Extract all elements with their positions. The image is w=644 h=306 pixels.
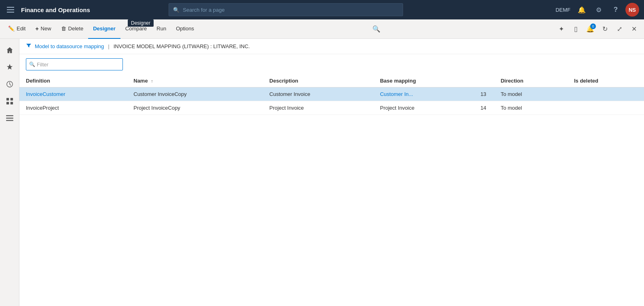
- help-icon: ?: [614, 6, 618, 14]
- cell-definition-1: InvoiceProject: [19, 101, 127, 115]
- cell-base-mapping-0[interactable]: Customer In...: [374, 87, 474, 101]
- col-definition: Definition: [19, 74, 127, 87]
- run-button[interactable]: Run: [152, 19, 171, 39]
- col-direction-num: [474, 74, 494, 87]
- help-button[interactable]: ?: [608, 2, 623, 17]
- sidebar: [0, 39, 19, 306]
- close-button[interactable]: ✕: [627, 22, 641, 36]
- svg-rect-1: [7, 9, 14, 10]
- search-icon-small: 🔍: [372, 26, 380, 32]
- refresh-button[interactable]: ↻: [598, 22, 612, 36]
- delete-button[interactable]: 🗑 Delete: [56, 19, 89, 39]
- table-wrap: Definition Name ↑ Description Base mappi…: [19, 74, 644, 115]
- message-center-button[interactable]: 🔔 0: [583, 22, 597, 36]
- svg-rect-7: [10, 102, 13, 104]
- search-input[interactable]: [183, 7, 399, 13]
- personalize-icon: ✦: [559, 25, 564, 33]
- popout-icon: ⤢: [617, 25, 622, 33]
- topbar-right: DEMF 🔔 ⚙ ? NS: [555, 2, 639, 17]
- personalize-button[interactable]: ✦: [554, 22, 568, 36]
- filter-icon[interactable]: [26, 43, 32, 50]
- filter-input[interactable]: [26, 58, 123, 70]
- bell-icon: 🔔: [578, 6, 586, 14]
- sidebar-item-workspaces[interactable]: [2, 94, 17, 108]
- filter-input-wrap: 🔍: [26, 58, 123, 70]
- main-layout: Model to datasource mapping | INVOICE MO…: [0, 39, 644, 306]
- svg-rect-10: [6, 120, 13, 121]
- close-icon: ✕: [631, 25, 637, 33]
- designer-button[interactable]: Designer: [88, 19, 120, 39]
- table-row[interactable]: InvoiceProject Project InvoiceCopy Proje…: [19, 101, 644, 115]
- toolbar-search-button[interactable]: 🔍: [368, 23, 384, 35]
- search-icon: 🔍: [173, 7, 179, 13]
- table-header-row: Definition Name ↑ Description Base mappi…: [19, 74, 644, 87]
- breadcrumb-current: INVOICE MODEL MAPPING (LITWARE) : LITWAR…: [114, 43, 250, 49]
- breadcrumb-separator: |: [108, 43, 109, 49]
- user-avatar[interactable]: NS: [625, 3, 639, 17]
- compare-button[interactable]: Compare: [120, 19, 152, 39]
- col-base-mapping: Base mapping: [374, 74, 474, 87]
- topbar: Finance and Operations 🔍 DEMF 🔔 ⚙ ? NS: [0, 0, 644, 19]
- settings-button[interactable]: ⚙: [591, 2, 606, 17]
- cell-name-0: Customer InvoiceCopy: [127, 87, 263, 101]
- svg-rect-2: [7, 12, 14, 13]
- pane-button[interactable]: ▯: [569, 22, 583, 36]
- breadcrumb: Model to datasource mapping | INVOICE MO…: [19, 39, 644, 54]
- cell-is-deleted-1: [568, 101, 644, 115]
- cell-name-1: Project InvoiceCopy: [127, 101, 263, 115]
- popout-button[interactable]: ⤢: [612, 22, 626, 36]
- col-name: Name ↑: [127, 74, 263, 87]
- sidebar-item-recent[interactable]: [2, 77, 17, 91]
- col-description: Description: [263, 74, 374, 87]
- breadcrumb-link[interactable]: Model to datasource mapping: [35, 43, 104, 49]
- edit-icon: ✏️: [8, 26, 15, 32]
- toolbar-right-actions: ✦ ▯ 🔔 0 ↻ ⤢ ✕: [554, 22, 641, 36]
- table-row[interactable]: InvoiceCustomer Customer InvoiceCopy Cus…: [19, 87, 644, 101]
- cell-definition-0[interactable]: InvoiceCustomer: [19, 87, 127, 101]
- svg-rect-8: [6, 115, 13, 116]
- delete-icon: 🗑: [61, 26, 66, 32]
- sidebar-item-home[interactable]: [2, 43, 17, 57]
- edit-button[interactable]: ✏️ Edit: [3, 19, 30, 39]
- pane-icon: ▯: [574, 25, 578, 33]
- col-direction: Direction: [494, 74, 568, 87]
- cell-description-1: Project Invoice: [263, 101, 374, 115]
- cell-base-mapping-1: Project Invoice: [374, 101, 474, 115]
- cell-direction-0: To model: [494, 87, 568, 101]
- options-button[interactable]: Options: [171, 19, 199, 39]
- sidebar-item-modules[interactable]: [2, 111, 17, 125]
- main-content: Model to datasource mapping | INVOICE MO…: [19, 39, 644, 306]
- filter-bar: 🔍: [19, 54, 644, 74]
- cell-direction-num-1: 14: [474, 101, 494, 115]
- svg-rect-6: [6, 102, 8, 104]
- nav-toggle-button[interactable]: [5, 4, 16, 15]
- sort-icon-name[interactable]: ↑: [151, 79, 153, 83]
- message-badge: 0: [590, 23, 596, 29]
- svg-rect-4: [6, 98, 8, 100]
- cell-description-0: Customer Invoice: [263, 87, 374, 101]
- svg-rect-5: [10, 98, 13, 100]
- gear-icon: ⚙: [596, 6, 602, 14]
- col-is-deleted: Is deleted: [568, 74, 644, 87]
- search-box[interactable]: 🔍: [169, 3, 403, 16]
- cell-direction-1: To model: [494, 101, 568, 115]
- notification-button[interactable]: 🔔: [574, 2, 589, 17]
- plus-icon: +: [35, 26, 38, 32]
- svg-rect-0: [7, 7, 14, 8]
- cell-is-deleted-0: [568, 87, 644, 101]
- sidebar-item-favorites[interactable]: [2, 60, 17, 74]
- filter-search-icon: 🔍: [29, 62, 35, 67]
- actionbar: ✏️ Edit + New 🗑 Delete Designer Compare …: [0, 19, 644, 39]
- svg-rect-9: [6, 118, 13, 119]
- mapping-table: Definition Name ↑ Description Base mappi…: [19, 74, 644, 115]
- app-title: Finance and Operations: [21, 6, 90, 13]
- env-label: DEMF: [555, 7, 570, 13]
- cell-direction-num-0: 13: [474, 87, 494, 101]
- refresh-icon: ↻: [602, 25, 608, 33]
- new-button[interactable]: + New: [30, 19, 56, 39]
- search-container: 🔍: [169, 3, 403, 16]
